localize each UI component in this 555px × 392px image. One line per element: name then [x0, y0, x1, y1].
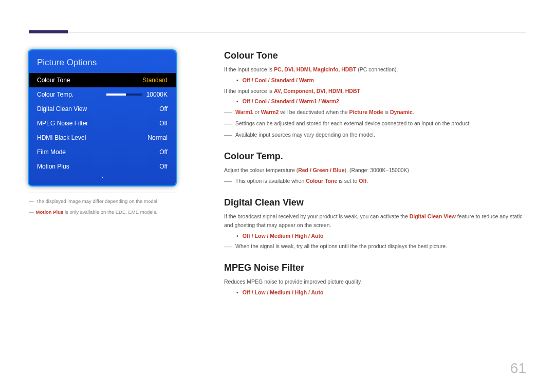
row-value: Normal — [147, 134, 168, 141]
footnote-2: ―Motion Plus is only available on the ED… — [29, 208, 203, 216]
option-list: Off / Cool / Standard / Warm — [236, 76, 526, 85]
section-dcv: Digital Clean View If the broadcast sign… — [224, 197, 526, 251]
row-label: MPEG Noise Filter — [37, 120, 88, 127]
section-mpeg: MPEG Noise Filter Reduces MPEG noise to … — [224, 263, 526, 297]
panel-row-motion-plus[interactable]: Motion Plus Off — [29, 159, 176, 174]
row-label: Colour Temp. — [37, 91, 73, 98]
page-number: 61 — [510, 360, 526, 377]
row-value: Off — [159, 148, 168, 156]
page: Picture Options Colour Tone Standard Col… — [0, 0, 555, 392]
panel-row-film-mode[interactable]: Film Mode Off — [29, 145, 176, 159]
option-list: Off / Low / Medium / High / Auto — [236, 288, 526, 297]
row-label: Motion Plus — [37, 163, 69, 170]
section-title: MPEG Noise Filter — [224, 263, 526, 273]
header-rule — [29, 32, 526, 32]
chevron-down-icon[interactable]: ˅ — [29, 174, 176, 181]
row-value: 10000K — [146, 91, 168, 98]
section-colour-temp: Colour Temp. Adjust the colour temperatu… — [224, 151, 526, 186]
left-column: Picture Options Colour Tone Standard Col… — [29, 50, 203, 308]
body-text: If the input source is PC, DVI, HDMI, Ma… — [224, 65, 526, 74]
note-row: ―Available input sources may vary depend… — [224, 130, 526, 140]
panel-title: Picture Options — [29, 58, 176, 73]
section-title: Colour Tone — [224, 50, 526, 61]
panel-row-mpeg[interactable]: MPEG Noise Filter Off — [29, 116, 176, 130]
row-label: Colour Tone — [37, 77, 70, 84]
content: Picture Options Colour Tone Standard Col… — [29, 50, 526, 308]
panel-row-dcv[interactable]: Digital Clean View Off — [29, 102, 176, 116]
panel-row-colour-temp[interactable]: Colour Temp. 10000K — [29, 87, 176, 102]
right-column: Colour Tone If the input source is PC, D… — [224, 50, 526, 308]
option-list: Off / Cool / Standard / Warm1 / Warm2 — [236, 97, 526, 106]
note-row: ―Settings can be adjusted and stored for… — [224, 119, 526, 128]
header-accent — [29, 30, 68, 33]
left-divider — [29, 193, 176, 193]
row-value: Off — [159, 163, 168, 170]
note-row: ― This option is available when Colour T… — [224, 177, 526, 186]
panel-row-colour-tone[interactable]: Colour Tone Standard — [29, 73, 176, 87]
option-list: Off / Low / Medium / High / Auto — [236, 232, 526, 240]
body-text: If the input source is AV, Component, DV… — [224, 87, 526, 96]
row-value: Off — [159, 105, 168, 113]
row-value: Off — [159, 120, 168, 127]
section-colour-tone: Colour Tone If the input source is PC, D… — [224, 50, 526, 140]
section-title: Colour Temp. — [224, 151, 526, 162]
row-label: Film Mode — [37, 148, 66, 156]
picture-options-panel: Picture Options Colour Tone Standard Col… — [29, 50, 176, 185]
row-value: Standard — [142, 77, 168, 84]
note-row: ―When the signal is weak, try all the op… — [224, 242, 526, 251]
panel-row-hdmi-black[interactable]: HDMI Black Level Normal — [29, 130, 176, 145]
row-label: HDMI Black Level — [37, 134, 86, 141]
body-text: Adjust the colour temperature (Red / Gre… — [224, 166, 526, 175]
footnote-1: ―The displayed image may differ dependin… — [29, 197, 203, 205]
body-text: If the broadcast signal received by your… — [224, 212, 526, 230]
section-title: Digital Clean View — [224, 197, 526, 208]
body-text: Reduces MPEG noise to provide improved p… — [224, 277, 526, 286]
row-label: Digital Clean View — [37, 105, 87, 113]
temp-slider[interactable] — [106, 94, 142, 96]
row-value-group: 10000K — [106, 91, 168, 98]
note-row: ― Warm1 or Warm2 will be deactivated whe… — [224, 108, 526, 117]
